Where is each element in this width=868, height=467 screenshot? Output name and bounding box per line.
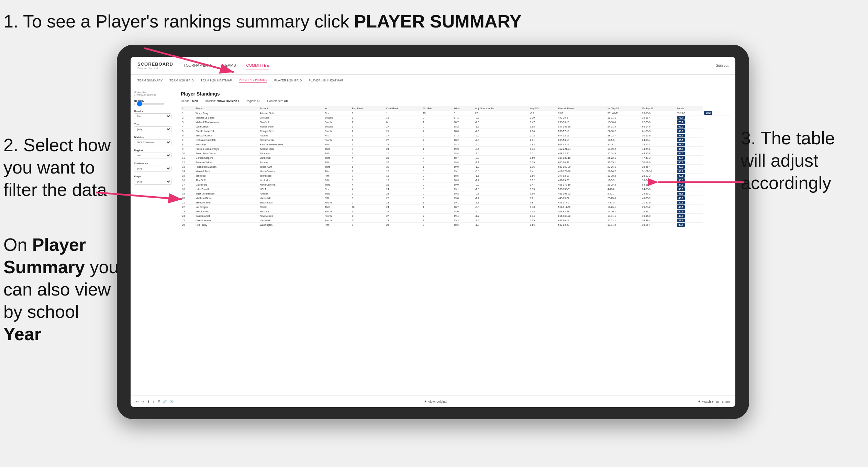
tablet-device: SCOREBOARD Powered by dipd TOURNAMENTS T… bbox=[117, 45, 749, 419]
nav-link-tournaments[interactable]: TOURNAMENTS bbox=[183, 62, 213, 69]
sub-nav-team-h2h-grid[interactable]: TEAM H2H GRID bbox=[169, 78, 194, 83]
sidebar-division: Division NCAA Division I bbox=[134, 136, 171, 145]
filter-gender: Gender: Men bbox=[181, 99, 198, 103]
no-rds-slider[interactable] bbox=[137, 103, 164, 104]
table-row: 6Jackson KoivunAuburnFirst117067.3-2.02.… bbox=[181, 133, 730, 138]
sub-nav-team-h2h-heatmap[interactable]: TEAM H2H HEATMAP bbox=[201, 78, 232, 83]
filter-conference: Conference: All bbox=[267, 99, 288, 103]
table-row: 20Matthew RiedelVanderbiltFifth922069.8-… bbox=[181, 196, 730, 200]
points-value: 44.3 bbox=[677, 183, 685, 187]
table-row: 10Jacob Skov OlesenArkansasFifth125068.4… bbox=[181, 151, 730, 156]
col-no-rds: No. Rds. bbox=[422, 106, 453, 111]
col-overall-record: Overall Record bbox=[557, 106, 607, 111]
table-row: 26Petr HrubyWashingtonFifth725068.6-1.81… bbox=[181, 223, 730, 227]
nav-link-committee[interactable]: COMMITTEE bbox=[246, 62, 269, 69]
share-button[interactable]: Share bbox=[722, 400, 730, 403]
table-row: 4Luke ClatonFlorida StateSecond127268.2-… bbox=[181, 124, 730, 129]
annotation-bottom-left: On Player Summary you can also view by s… bbox=[3, 234, 120, 345]
table-row: 9Preston SummerhaysArizona StateThird324… bbox=[181, 147, 730, 151]
sidebar-update-time: Update time: 27/03/2024 16:56:26 bbox=[134, 91, 171, 96]
points-value: 46.7 bbox=[677, 147, 685, 151]
slider-container: 1 bbox=[134, 102, 171, 105]
col-yr: Yr bbox=[323, 106, 350, 111]
clock-button[interactable]: 🕐 bbox=[169, 400, 173, 403]
points-value: 60.9 bbox=[677, 129, 685, 133]
sidebar-year: Year (All) First Second Third Fourth Fif… bbox=[134, 123, 171, 132]
watch-button[interactable]: 👁 Watch ▾ bbox=[698, 400, 713, 403]
table-area: Player Standings Gender: Men Division: N… bbox=[175, 86, 735, 396]
logo-area: SCOREBOARD Powered by dipd bbox=[137, 62, 173, 70]
present-button[interactable]: ⊞ bbox=[716, 400, 719, 403]
nav-links: TOURNAMENTS TEAMS COMMITTEE bbox=[183, 62, 716, 69]
points-value: 55.5 bbox=[677, 138, 685, 142]
table-row: 17David FordNorth CarolinaThird421069.0-… bbox=[181, 182, 730, 187]
table-row: 16Alex GoffKentuckyFifth819068.3-1.71.92… bbox=[181, 178, 730, 182]
col-adj-score: Adj. Score to Par bbox=[474, 106, 528, 111]
view-label: 👁 View: Original bbox=[424, 400, 447, 403]
nav-link-teams[interactable]: TEAMS bbox=[223, 62, 236, 69]
points-value: 88.2 bbox=[704, 111, 712, 115]
nav-right: Sign out bbox=[716, 64, 728, 67]
sub-nav-player-h2h-heatmap[interactable]: PLAYER H2H HEATMAP bbox=[309, 78, 343, 83]
table-row: 19Tiger ChristensenArizonaThird523269.2-… bbox=[181, 191, 730, 196]
sidebar-section-no-rds: No Rds. 1 bbox=[134, 99, 171, 105]
col-vs-top-25: Vs Top 25 bbox=[606, 106, 641, 111]
points-value: 43.4 bbox=[677, 156, 685, 160]
col-rank: # bbox=[181, 106, 194, 111]
player-standings-table: # Player School Yr Reg Rank Conf Rank No… bbox=[181, 106, 730, 227]
points-value: 66.0 bbox=[677, 125, 685, 129]
link-button[interactable]: 🔗 bbox=[163, 400, 167, 403]
filter-row: Gender: Men Division: NCAA Division I Re… bbox=[181, 99, 730, 103]
table-row: 18Luke PowellUCLAFirst424069.1-1.81.1350… bbox=[181, 187, 730, 191]
redo-button[interactable]: ↪ bbox=[142, 400, 144, 403]
points-value: 39.7 bbox=[677, 169, 685, 173]
col-school: School bbox=[258, 106, 323, 111]
toolbar-left: ↩ ↪ ⬇ ⬆ ⧉ 🔗 🕐 bbox=[136, 400, 173, 403]
conference-select[interactable]: (All) bbox=[134, 166, 171, 171]
sidebar: Update time: 27/03/2024 16:56:26 No Rds.… bbox=[131, 86, 175, 396]
points-value: 39.9 bbox=[677, 219, 685, 222]
points-value: 40.5 bbox=[677, 174, 685, 178]
points-value: 58.1 bbox=[677, 134, 685, 137]
table-row: 25Cole SherwoodVanderbiltFourth1223169.3… bbox=[181, 218, 730, 223]
points-value: 40.9 bbox=[677, 196, 685, 200]
toolbar-right: 👁 Watch ▾ ⊞ Share bbox=[698, 400, 730, 403]
sub-nav-team-summary[interactable]: TEAM SUMMARY bbox=[137, 78, 163, 83]
points-value: 41.8 bbox=[677, 192, 685, 196]
annotation-2: 2. Select how you want to filter the dat… bbox=[3, 134, 120, 201]
points-value: 36.8 bbox=[677, 187, 685, 191]
copy-button[interactable]: ⧉ bbox=[158, 400, 160, 403]
table-row: 5Christo LamprechtGeorgia TechFourth2212… bbox=[181, 129, 730, 133]
table-row: 2Michael Le SassoOle MissSecond118067.1-… bbox=[181, 115, 730, 120]
region-select[interactable]: N/A All bbox=[134, 153, 171, 158]
share-left-button[interactable]: ⬆ bbox=[153, 400, 155, 403]
download-button[interactable]: ⬇ bbox=[147, 400, 150, 403]
table-row: 14Maxwell FordNorth CarolinaThird722069.… bbox=[181, 169, 730, 174]
sub-nav-player-summary[interactable]: PLAYER SUMMARY bbox=[239, 78, 267, 83]
filter-division: Division: NCAA Division I bbox=[205, 99, 239, 103]
points-value: 43.8 bbox=[677, 165, 685, 169]
division-select[interactable]: NCAA Division I bbox=[134, 140, 171, 145]
year-select[interactable]: (All) First Second Third Fourth Fifth bbox=[134, 126, 171, 132]
points-value: 53.4 bbox=[677, 143, 685, 146]
col-wins: Wins bbox=[453, 106, 474, 111]
gender-select[interactable]: Men Women bbox=[134, 113, 171, 119]
table-row: 21Taehoon SongWashingtonFourth523169.1-1… bbox=[181, 200, 730, 205]
main-content: Update time: 27/03/2024 16:56:26 No Rds.… bbox=[131, 86, 735, 396]
sign-out-link[interactable]: Sign out bbox=[716, 64, 728, 67]
table-row: 22Ian GilliganFloridaThird1024168.7-0.81… bbox=[181, 205, 730, 209]
sub-nav-player-h2h-grid[interactable]: PLAYER H2H GRID bbox=[274, 78, 302, 83]
logo-sub: Powered by dipd bbox=[137, 67, 173, 70]
points-value: 44.6 bbox=[677, 152, 685, 155]
sidebar-player: Player (All) bbox=[134, 175, 171, 185]
bottom-toolbar: ↩ ↪ ⬇ ⬆ ⧉ 🔗 🕐 👁 View: Original 👁 Watch ▾… bbox=[131, 396, 735, 407]
table-row: 13Phichaksn MaichonTexas A&MThird630169.… bbox=[181, 165, 730, 169]
points-value: 40.0 bbox=[677, 214, 685, 218]
player-select[interactable]: (All) bbox=[134, 179, 171, 185]
undo-button[interactable]: ↩ bbox=[136, 400, 139, 403]
points-value: 40.9 bbox=[677, 201, 685, 204]
logo-text: SCOREBOARD bbox=[137, 62, 173, 67]
table-row: 15Jake HallTennesseeFifth718068.5-1.51.6… bbox=[181, 174, 730, 178]
points-value: 78.7 bbox=[677, 116, 685, 120]
table-header-row: # Player School Yr Reg Rank Conf Rank No… bbox=[181, 106, 730, 111]
